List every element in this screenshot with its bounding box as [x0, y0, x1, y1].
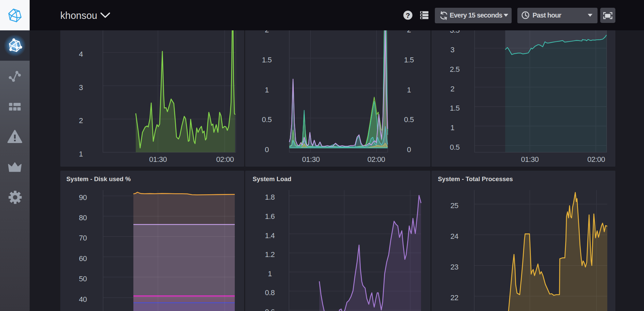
svg-text:1.4: 1.4: [265, 231, 275, 240]
svg-text:02:00: 02:00: [587, 155, 605, 164]
svg-text:25: 25: [450, 201, 458, 210]
svg-text:3: 3: [79, 83, 83, 92]
svg-text:1: 1: [450, 123, 454, 132]
svg-text:02:00: 02:00: [216, 155, 234, 164]
svg-text:Every 15 seconds: Every 15 seconds: [450, 11, 503, 19]
svg-text:0.5: 0.5: [404, 115, 414, 124]
svg-text:01:30: 01:30: [149, 155, 167, 164]
svg-text:0.8: 0.8: [265, 288, 275, 297]
svg-text:01:30: 01:30: [521, 155, 539, 164]
svg-text:System - Total Processes: System - Total Processes: [438, 175, 513, 182]
svg-text:0.5: 0.5: [450, 143, 459, 151]
svg-text:0: 0: [407, 145, 411, 154]
svg-text:0.6: 0.6: [265, 308, 275, 311]
svg-text:1.8: 1.8: [265, 193, 275, 201]
svg-text:1.5: 1.5: [450, 104, 459, 112]
svg-text:?: ?: [406, 11, 410, 19]
svg-text:0: 0: [265, 145, 269, 154]
svg-text:02:00: 02:00: [367, 155, 385, 164]
svg-text:0.5: 0.5: [262, 115, 271, 124]
svg-text:System - Disk used %: System - Disk used %: [66, 175, 131, 182]
svg-text:1: 1: [265, 86, 269, 94]
svg-text:60: 60: [79, 254, 87, 263]
svg-text:40: 40: [79, 295, 87, 304]
svg-text:Past hour: Past hour: [533, 11, 561, 19]
svg-text:22: 22: [450, 293, 458, 302]
svg-text:khonsou: khonsou: [60, 10, 97, 21]
svg-text:System Load: System Load: [253, 175, 291, 182]
svg-text:1: 1: [268, 270, 272, 278]
svg-text:90: 90: [79, 193, 87, 202]
svg-text:1.5: 1.5: [262, 56, 271, 64]
svg-text:1.5: 1.5: [404, 56, 414, 64]
svg-text:70: 70: [79, 234, 87, 242]
svg-text:24: 24: [450, 232, 458, 241]
svg-text:2: 2: [450, 85, 454, 93]
svg-text:1.6: 1.6: [265, 212, 275, 221]
svg-text:1: 1: [79, 150, 83, 158]
svg-text:3: 3: [450, 46, 454, 54]
svg-text:1.2: 1.2: [265, 250, 275, 259]
svg-text:1: 1: [407, 86, 411, 94]
svg-text:80: 80: [79, 214, 87, 222]
svg-text:4: 4: [79, 50, 83, 58]
svg-text:2.5: 2.5: [450, 65, 459, 74]
svg-text:2: 2: [79, 116, 83, 125]
svg-text:01:30: 01:30: [302, 155, 320, 164]
svg-text:23: 23: [450, 263, 458, 271]
svg-text:50: 50: [79, 275, 87, 283]
